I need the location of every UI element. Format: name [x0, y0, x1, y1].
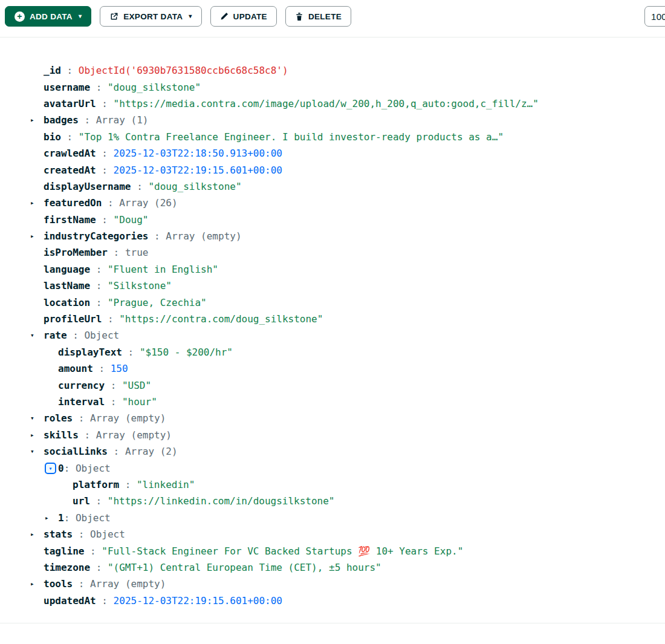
caret-down-icon[interactable]: ▾ — [30, 331, 44, 339]
field-key: skills — [44, 429, 79, 441]
field-value: Object — [76, 512, 111, 524]
field-colon: : — [148, 230, 166, 242]
field-key: amount — [58, 363, 93, 374]
field-colon: : — [119, 479, 137, 490]
doc-field-tools: ▸tools : Array (empty) — [0, 576, 665, 592]
chevron-down-icon: ▾ — [189, 13, 192, 19]
chevron-down-icon: ▾ — [79, 13, 82, 19]
doc-field-crawledAt: crawledAt : 2025-12-03T22:18:50.913+00:0… — [0, 145, 665, 161]
field-value: 150 — [111, 363, 128, 374]
field-colon: : — [96, 595, 114, 607]
caret-right-icon[interactable]: ▸ — [30, 530, 44, 538]
field-key: roles — [44, 412, 73, 424]
field-colon: : — [90, 297, 108, 308]
field-colon: : — [90, 562, 108, 573]
doc-field-language: language : "Fluent in English" — [0, 261, 665, 278]
caret-right-icon[interactable]: ▸ — [30, 232, 44, 240]
doc-field-createdAt: createdAt : 2025-12-03T22:19:15.601+00:0… — [0, 161, 665, 178]
export-data-button[interactable]: EXPORT DATA ▾ — [100, 6, 201, 27]
pencil-icon — [220, 12, 229, 21]
field-value: "https://linkedin.com/in/dougsilkstone" — [108, 495, 335, 507]
toolbar: + ADD DATA ▾ EXPORT DATA ▾ UPDATE — [0, 0, 665, 37]
field-value: "Full-Stack Engineer For VC Backed Start… — [102, 545, 463, 557]
doc-field-skills: ▸skills : Array (empty) — [0, 427, 665, 443]
field-value: "(GMT+1) Central European Time (CET), ±5… — [108, 562, 381, 573]
doc-field-firstName: firstName : "Doug" — [0, 212, 665, 228]
field-key: industryCategories — [44, 230, 148, 242]
field-value: "doug_silkstone" — [108, 82, 201, 93]
caret-right-icon[interactable]: ▸ — [30, 431, 44, 439]
page-size-button[interactable]: 100 — [644, 6, 665, 27]
field-value: "$150 - $200/hr" — [140, 346, 233, 358]
doc-field-url: url : "https://linkedin.com/in/dougsilks… — [0, 493, 665, 509]
export-data-label: EXPORT DATA — [123, 12, 183, 21]
doc-field-_id: _id : ObjectId('6930b7631580ccb6c68c58c8… — [0, 62, 665, 79]
field-value: 2025-12-03T22:18:50.913+00:00 — [114, 148, 282, 159]
doc-field-roles: ▾roles : Array (empty) — [0, 410, 665, 426]
field-colon: : — [67, 330, 85, 341]
field-key: lastName — [44, 280, 90, 291]
field-key: bio — [44, 131, 61, 143]
field-value: Array (empty) — [166, 230, 241, 242]
field-colon: : — [96, 148, 114, 159]
doc-field-0: ▾0: Object — [0, 460, 665, 476]
caret-right-icon[interactable]: ▸ — [30, 116, 44, 124]
field-colon: : — [131, 181, 149, 192]
field-colon: : — [108, 446, 125, 457]
doc-field-timezone: timezone : "(GMT+1) Central European Tim… — [0, 559, 665, 576]
field-colon: : — [61, 65, 79, 76]
doc-field-displayText: displayText : "$150 - $200/hr" — [0, 344, 665, 360]
field-value: "Prague, Czechia" — [108, 297, 207, 308]
field-value: ObjectId('6930b7631580ccb6c68c58c8') — [79, 65, 288, 76]
doc-field-socialLinks: ▾socialLinks : Array (2) — [0, 443, 665, 460]
export-icon — [109, 12, 118, 21]
caret-down-icon[interactable]: ▾ — [30, 414, 44, 422]
field-key: avatarUrl — [44, 98, 96, 109]
field-value: Array (2) — [125, 446, 178, 457]
field-colon: : — [84, 545, 102, 557]
field-value: "hour" — [122, 396, 157, 408]
doc-field-amount: amount : 150 — [0, 360, 665, 377]
field-key: location — [44, 297, 90, 308]
field-key: displayText — [58, 346, 122, 358]
document-view: _id : ObjectId('6930b7631580ccb6c68c58c8… — [0, 38, 665, 609]
field-colon: : — [90, 495, 108, 507]
field-key: badges — [44, 114, 79, 126]
add-data-button[interactable]: + ADD DATA ▾ — [5, 6, 91, 27]
field-colon: : — [102, 197, 119, 209]
trash-icon — [295, 12, 303, 21]
field-value: "Silkstone" — [108, 280, 172, 291]
update-button[interactable]: UPDATE — [210, 6, 277, 27]
field-key: featuredOn — [44, 197, 102, 209]
field-value: 2025-12-03T22:19:15.601+00:00 — [114, 164, 282, 176]
field-colon: : — [73, 412, 90, 424]
field-colon: : — [64, 512, 76, 524]
doc-field-industryCategories: ▸industryCategories : Array (empty) — [0, 228, 665, 244]
field-colon: : — [102, 313, 119, 325]
delete-button[interactable]: DELETE — [285, 6, 351, 27]
field-value: Object — [84, 330, 119, 341]
page-size-value: 100 — [651, 11, 665, 22]
field-key: _id — [44, 65, 61, 76]
field-value: "https://contra.com/doug_silkstone" — [119, 313, 323, 325]
caret-right-icon[interactable]: ▸ — [45, 514, 58, 522]
doc-field-isProMember: isProMember : true — [0, 244, 665, 261]
field-value: Object — [90, 529, 125, 540]
caret-down-icon[interactable]: ▾ — [30, 447, 44, 455]
doc-field-profileUrl: profileUrl : "https://contra.com/doug_si… — [0, 311, 665, 327]
field-colon: : — [90, 280, 108, 291]
boxed-caret-down-icon[interactable]: ▾ — [45, 463, 56, 474]
field-colon: : — [105, 380, 122, 391]
field-key: firstName — [44, 214, 96, 226]
field-colon: : — [96, 214, 114, 226]
caret-right-icon[interactable]: ▸ — [30, 580, 44, 588]
doc-field-platform: platform : "linkedin" — [0, 476, 665, 493]
field-value: Array (26) — [119, 197, 177, 209]
caret-right-icon[interactable]: ▸ — [30, 199, 44, 207]
field-value: "Doug" — [114, 214, 149, 226]
add-data-label: ADD DATA — [30, 12, 73, 21]
field-key: timezone — [44, 562, 90, 573]
delete-label: DELETE — [308, 12, 342, 21]
field-key: url — [73, 495, 90, 507]
field-key: currency — [58, 380, 105, 391]
